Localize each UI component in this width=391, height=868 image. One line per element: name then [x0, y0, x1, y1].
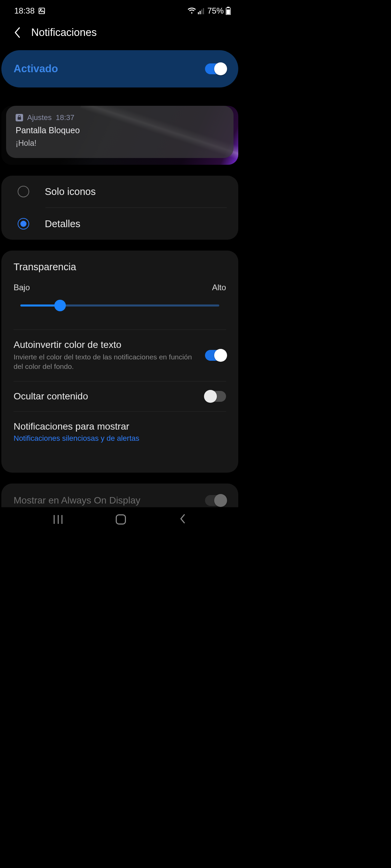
battery-icon [226, 7, 231, 15]
svg-point-1 [40, 9, 41, 10]
notifications-to-show-row[interactable]: Notificaciones para mostrar Notificacion… [14, 412, 226, 452]
status-time: 18:38 [14, 6, 35, 16]
hide-content-toggle[interactable] [205, 391, 226, 402]
recents-button[interactable] [54, 515, 62, 524]
aod-title: Mostrar en Always On Display [14, 495, 140, 506]
svg-rect-3 [200, 11, 201, 14]
svg-rect-9 [18, 117, 21, 120]
option-details-label: Detalles [45, 218, 80, 230]
transparency-low-label: Bajo [14, 283, 30, 292]
option-icons-only-label: Solo iconos [45, 186, 96, 197]
transparency-slider[interactable] [20, 300, 219, 311]
lock-icon [16, 114, 23, 121]
auto-invert-title: Autoinvertir color de texto [14, 339, 197, 350]
back-icon[interactable] [14, 27, 21, 38]
master-toggle[interactable] [205, 63, 226, 74]
auto-invert-desc: Invierte el color del texto de las notif… [14, 352, 197, 372]
auto-invert-toggle[interactable] [205, 350, 226, 361]
screenshot-icon [38, 7, 45, 15]
master-toggle-row[interactable]: Activado [1, 50, 238, 87]
wifi-icon [188, 7, 196, 14]
header: Notificaciones [0, 18, 240, 49]
preview-time: 18:37 [56, 113, 74, 122]
lockscreen-preview: Ajustes 18:37 Pantalla Bloqueo ¡Hola! [1, 106, 238, 165]
transparency-title: Transparencia [14, 261, 226, 273]
option-details[interactable]: Detalles [1, 208, 238, 240]
radio-selected-icon [18, 218, 29, 230]
preview-app-name: Ajustes [27, 113, 52, 122]
aod-card: Mostrar en Always On Display [1, 484, 238, 507]
notifications-to-show-title: Notificaciones para mostrar [14, 421, 226, 432]
hide-content-title: Ocultar contenido [14, 391, 197, 402]
home-button[interactable] [116, 514, 126, 525]
notifications-to-show-value: Notificaciones silenciosas y de alertas [14, 434, 226, 443]
master-toggle-label: Activado [14, 63, 58, 75]
svg-rect-5 [203, 8, 204, 14]
page-title: Notificaciones [31, 26, 97, 39]
svg-rect-2 [198, 12, 199, 14]
preview-title: Pantalla Bloqueo [16, 125, 224, 135]
status-bar: 18:38 75% [0, 0, 240, 18]
preview-notification-card: Ajustes 18:37 Pantalla Bloqueo ¡Hola! [6, 106, 234, 158]
hide-content-row[interactable]: Ocultar contenido [14, 381, 226, 411]
settings-card: Transparencia Bajo Alto Autoinvertir col… [1, 251, 238, 473]
status-battery: 75% [207, 6, 224, 16]
svg-rect-4 [201, 9, 202, 14]
option-icons-only[interactable]: Solo iconos [1, 176, 238, 208]
transparency-high-label: Alto [212, 283, 226, 292]
android-navbar [0, 507, 240, 532]
svg-rect-8 [227, 9, 230, 15]
aod-toggle [205, 495, 226, 506]
view-style-card: Solo iconos Detalles [1, 176, 238, 240]
nav-back-button[interactable] [179, 514, 186, 525]
radio-unselected-icon [18, 186, 29, 197]
auto-invert-row[interactable]: Autoinvertir color de texto Invierte el … [14, 330, 226, 381]
preview-body: ¡Hola! [16, 139, 224, 148]
signal-icon [198, 7, 205, 14]
